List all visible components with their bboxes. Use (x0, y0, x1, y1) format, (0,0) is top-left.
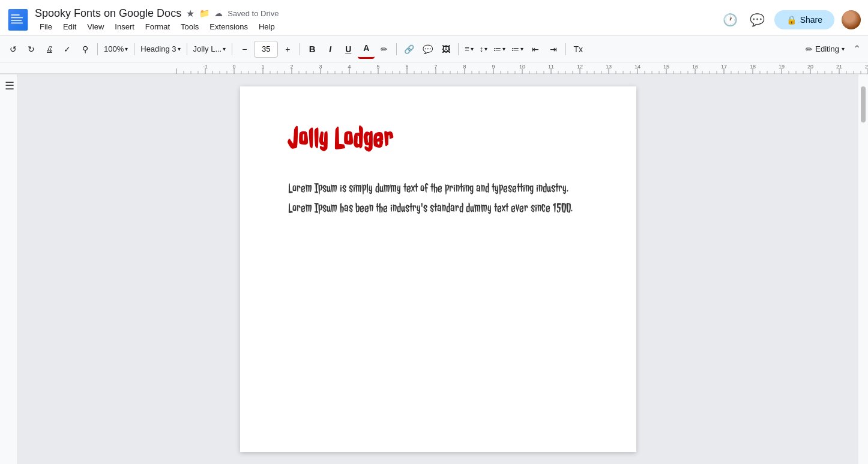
svg-text:-1: -1 (203, 64, 208, 70)
zoom-value: 100% (104, 44, 124, 53)
separator-6 (396, 43, 397, 55)
menu-bar: File Edit View Insert Format Tools Exten… (35, 21, 720, 32)
svg-text:1: 1 (261, 64, 264, 70)
menu-help[interactable]: Help (254, 21, 280, 32)
print-button[interactable]: 🖨 (41, 40, 58, 59)
svg-rect-5 (11, 22, 23, 23)
menu-file[interactable]: File (35, 21, 57, 32)
spell-check-button[interactable]: ✓ (59, 40, 76, 59)
comment-button[interactable]: 💬 (419, 40, 436, 59)
cloud-status: Saved to Drive (228, 9, 279, 18)
editing-mode-button[interactable]: ✏ Editing ▾ (801, 40, 849, 59)
svg-text:2: 2 (290, 64, 293, 70)
increase-font-button[interactable]: + (279, 40, 296, 59)
doc-heading[interactable]: Jolly Lodger (288, 122, 588, 154)
menu-insert[interactable]: Insert (110, 21, 139, 32)
svg-text:15: 15 (663, 64, 669, 70)
bold-button[interactable]: B (304, 40, 321, 59)
font-select[interactable]: Jolly L... ▾ (191, 40, 229, 59)
doc-body[interactable]: Lorem Ipsum is simply dummy text of the … (288, 178, 588, 218)
style-chevron-icon: ▾ (178, 46, 181, 52)
link-button[interactable]: 🔗 (400, 40, 418, 59)
italic-button[interactable]: I (322, 40, 339, 59)
paint-format-button[interactable]: ⚲ (77, 40, 94, 59)
ruler-svg: -1012345678910111213141516171819202122 (0, 62, 868, 74)
comments-button[interactable]: 💬 (747, 10, 767, 29)
separator-5 (300, 43, 300, 55)
star-icon[interactable]: ★ (186, 8, 194, 19)
decrease-font-button[interactable]: − (236, 40, 253, 59)
line-spacing-icon: ↕ (480, 44, 484, 53)
image-button[interactable]: 🖼 (438, 40, 454, 59)
bullet-list-select[interactable]: ≔ ▾ (491, 40, 508, 59)
avatar[interactable] (842, 10, 861, 29)
font-size-input[interactable] (254, 41, 278, 58)
left-gutter: ☰ (0, 74, 18, 464)
svg-rect-2 (11, 14, 19, 16)
text-color-button[interactable]: A (358, 40, 375, 59)
editing-mode-label: Editing (815, 44, 839, 53)
svg-text:14: 14 (634, 64, 640, 70)
share-label: Share (800, 15, 822, 25)
underline-button[interactable]: U (340, 40, 357, 59)
svg-text:17: 17 (721, 64, 727, 70)
right-gutter (858, 74, 868, 464)
separator-3 (187, 43, 187, 55)
style-value: Heading 3 (140, 44, 176, 53)
undo-button[interactable]: ↺ (5, 40, 22, 59)
numbered-list-icon: ≔ (511, 44, 519, 53)
editing-chevron-icon: ▾ (842, 46, 845, 52)
outline-toggle-button[interactable]: ☰ (5, 79, 14, 92)
svg-text:19: 19 (779, 64, 785, 70)
menu-extensions[interactable]: Extensions (205, 21, 253, 32)
ruler: -1012345678910111213141516171819202122 (0, 62, 868, 74)
numbered-list-chevron-icon: ▾ (520, 46, 523, 52)
svg-text:4: 4 (348, 64, 351, 70)
doc-area[interactable]: Jolly Lodger Lorem Ipsum is simply dummy… (18, 74, 858, 464)
svg-text:13: 13 (606, 64, 612, 70)
line-spacing-select[interactable]: ↕ ▾ (477, 40, 490, 59)
style-select[interactable]: Heading 3 ▾ (138, 40, 182, 59)
svg-rect-3 (11, 17, 23, 18)
redo-button[interactable]: ↻ (23, 40, 40, 59)
main-area: ☰ Jolly Lodger Lorem Ipsum is simply dum… (0, 74, 868, 464)
svg-text:10: 10 (519, 64, 525, 70)
doc-title-row: Spooky Fonts on Google Docs ★ 📁 ☁ Saved … (35, 7, 720, 20)
pencil-icon: ✏ (806, 44, 813, 54)
expand-button[interactable]: ⌃ (851, 41, 863, 57)
font-value: Jolly L... (193, 44, 222, 53)
indent-increase-button[interactable]: ⇥ (545, 40, 562, 59)
highlight-button[interactable]: ✏ (376, 40, 393, 59)
title-area: Spooky Fonts on Google Docs ★ 📁 ☁ Saved … (35, 7, 720, 32)
zoom-chevron-icon: ▾ (125, 46, 128, 52)
folder-icon[interactable]: 📁 (199, 8, 209, 18)
separator-2 (134, 43, 134, 55)
bullet-list-chevron-icon: ▾ (502, 46, 505, 52)
document-page: Jolly Lodger Lorem Ipsum is simply dummy… (240, 86, 636, 452)
indent-decrease-button[interactable]: ⇤ (527, 40, 544, 59)
svg-text:6: 6 (405, 64, 408, 70)
svg-text:5: 5 (376, 64, 379, 70)
font-chevron-icon: ▾ (223, 46, 226, 52)
share-button[interactable]: 🔒 Share (774, 10, 834, 29)
toolbar: ↺ ↻ 🖨 ✓ ⚲ 100% ▾ Heading 3 ▾ Jolly L... … (0, 36, 868, 62)
numbered-list-select[interactable]: ≔ ▾ (509, 40, 526, 59)
svg-rect-4 (11, 20, 22, 21)
cloud-icon: ☁ (214, 8, 223, 18)
svg-text:22: 22 (865, 64, 868, 70)
menu-format[interactable]: Format (140, 21, 175, 32)
menu-view[interactable]: View (82, 21, 109, 32)
doc-title[interactable]: Spooky Fonts on Google Docs (35, 7, 181, 20)
separator-4 (232, 43, 232, 55)
clear-format-button[interactable]: Tx (570, 40, 586, 59)
menu-tools[interactable]: Tools (176, 21, 203, 32)
align-icon: ≡ (465, 44, 469, 53)
zoom-select[interactable]: 100% ▾ (101, 40, 130, 59)
history-button[interactable]: 🕐 (720, 10, 740, 29)
line-spacing-chevron-icon: ▾ (484, 46, 487, 52)
svg-text:0: 0 (232, 64, 235, 70)
title-bar: Spooky Fonts on Google Docs ★ 📁 ☁ Saved … (0, 0, 868, 36)
menu-edit[interactable]: Edit (58, 21, 81, 32)
svg-text:7: 7 (434, 64, 437, 70)
align-select[interactable]: ≡ ▾ (462, 40, 476, 59)
